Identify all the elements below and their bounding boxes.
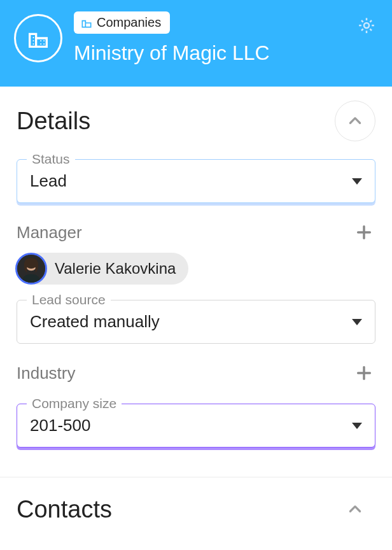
avatar (15, 253, 47, 285)
building-icon (80, 17, 93, 29)
details-section: Details Status Lead Manager Valerie Kako… (0, 87, 392, 472)
industry-label: Industry (17, 363, 76, 383)
manager-name: Valerie Kakovkina (55, 260, 176, 278)
plus-icon (355, 364, 373, 382)
company-building-icon (14, 14, 62, 62)
add-manager-button[interactable] (353, 221, 375, 244)
collapse-contacts-button[interactable] (335, 489, 375, 530)
manager-chip[interactable]: Valerie Kakovkina (17, 253, 188, 285)
chevron-up-icon (347, 501, 363, 518)
company-size-field: Company size 201-500 (17, 404, 375, 448)
chevron-up-icon (347, 113, 363, 129)
status-field: Status Lead (17, 159, 375, 203)
page-header: Companies Ministry of Magic LLC (0, 0, 392, 87)
chevron-down-icon (352, 178, 362, 185)
contacts-heading: Contacts (17, 496, 112, 523)
status-value: Lead (30, 171, 67, 191)
page-title: Ministry of Magic LLC (74, 41, 270, 65)
contacts-section: Contacts (0, 477, 392, 536)
chevron-down-icon (352, 319, 362, 325)
gear-icon (357, 16, 376, 35)
company-size-label: Company size (27, 396, 122, 411)
svg-point-0 (364, 23, 369, 28)
company-size-value: 201-500 (30, 416, 90, 435)
lead-source-label: Lead source (27, 292, 111, 307)
lead-source-field: Lead source Created manually (17, 300, 375, 344)
settings-button[interactable] (355, 14, 378, 37)
plus-icon (355, 223, 373, 241)
status-label: Status (27, 152, 75, 167)
chevron-down-icon (352, 423, 362, 429)
breadcrumb-label: Companies (97, 15, 161, 30)
collapse-details-button[interactable] (335, 101, 375, 141)
breadcrumb-companies[interactable]: Companies (74, 11, 170, 34)
lead-source-value: Created manually (30, 312, 160, 332)
manager-label: Manager (17, 223, 82, 243)
details-heading: Details (17, 108, 90, 135)
add-industry-button[interactable] (353, 362, 375, 384)
